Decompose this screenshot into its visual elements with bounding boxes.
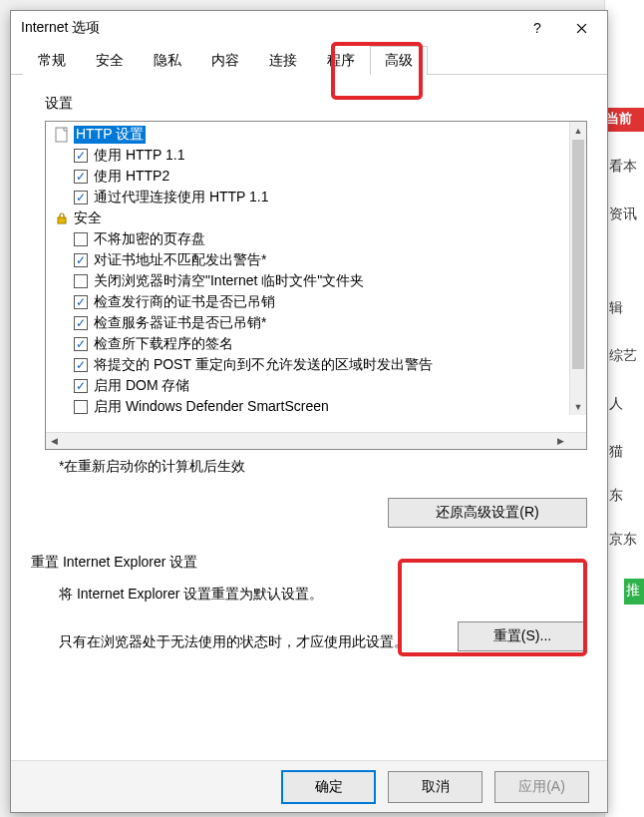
tab-security[interactable]: 安全	[81, 46, 139, 75]
tree-item[interactable]: 将提交的 POST 重定向到不允许发送的区域时发出警告	[46, 354, 586, 375]
tab-content-advanced: 设置 HTTP 设置 使用 HTTP 1.1 使用 HTTP2 通过代理连接使用…	[11, 75, 607, 760]
titlebar: Internet 选项 ?	[11, 11, 607, 45]
apply-button[interactable]: 应用(A)	[494, 771, 589, 803]
tree-group-label: HTTP 设置	[74, 126, 146, 144]
tree-item-label: 检查服务器证书是否已吊销*	[94, 314, 266, 332]
tree-item[interactable]: 检查所下载程序的签名	[46, 333, 586, 354]
checkbox[interactable]	[74, 316, 88, 330]
tree-item[interactable]: 启用 DOM 存储	[46, 375, 586, 396]
checkbox[interactable]	[74, 149, 88, 163]
checkbox[interactable]	[74, 253, 88, 267]
scroll-down-icon[interactable]: ▼	[570, 398, 586, 415]
svg-rect-0	[56, 128, 67, 142]
tab-general[interactable]: 常规	[23, 46, 81, 75]
close-button[interactable]	[559, 13, 603, 43]
help-button[interactable]: ?	[515, 13, 559, 43]
restore-defaults-button[interactable]: 还原高级设置(R)	[388, 498, 587, 528]
tree-group-security[interactable]: 安全	[46, 207, 586, 228]
tree-item-label: 将提交的 POST 重定向到不允许发送的区域时发出警告	[94, 356, 433, 374]
tree-item-label: 不将加密的页存盘	[94, 230, 205, 248]
ok-button[interactable]: 确定	[281, 770, 376, 804]
tree-item-label: 关闭浏览器时清空"Internet 临时文件"文件夹	[94, 272, 364, 290]
tree-item-label: 通过代理连接使用 HTTP 1.1	[94, 189, 269, 206]
tree-item-label: 使用 HTTP 1.1	[94, 147, 185, 165]
checkbox[interactable]	[74, 191, 88, 204]
checkbox[interactable]	[74, 295, 88, 309]
tab-programs[interactable]: 程序	[312, 46, 370, 75]
tree-item-label: 启用 Windows Defender SmartScreen	[94, 398, 329, 416]
tree-item-label: 启用 DOM 存储	[94, 377, 189, 395]
tree-item-label: 检查发行商的证书是否已吊销	[94, 293, 275, 311]
tree-item[interactable]: 检查服务器证书是否已吊销*	[46, 312, 586, 333]
tab-content[interactable]: 内容	[196, 46, 254, 75]
tree-item[interactable]: 不将加密的页存盘	[46, 228, 586, 249]
checkbox[interactable]	[74, 274, 88, 288]
reset-button[interactable]: 重置(S)...	[458, 621, 587, 651]
reset-description: 将 Internet Explorer 设置重置为默认设置。	[59, 586, 587, 604]
scroll-right-icon[interactable]: ▶	[552, 433, 569, 449]
scroll-left-icon[interactable]: ◀	[46, 433, 63, 449]
checkbox[interactable]	[74, 379, 88, 393]
cancel-button[interactable]: 取消	[388, 771, 483, 803]
tree-item-label: 检查所下载程序的签名	[94, 335, 233, 353]
reset-heading: 重置 Internet Explorer 设置	[31, 554, 587, 572]
svg-rect-1	[58, 217, 66, 223]
tree-item[interactable]: 使用 HTTP 1.1	[46, 145, 586, 166]
tree-item[interactable]: 使用 HTTP2	[46, 166, 586, 187]
settings-label: 设置	[45, 95, 587, 113]
checkbox[interactable]	[74, 232, 88, 246]
settings-note: *在重新启动你的计算机后生效	[59, 458, 587, 476]
tree-group-label: 安全	[74, 209, 102, 227]
horizontal-scrollbar[interactable]: ◀ ▶	[46, 432, 586, 449]
checkbox[interactable]	[74, 170, 88, 184]
page-icon	[54, 127, 70, 143]
tree-item[interactable]: 检查发行商的证书是否已吊销	[46, 291, 586, 312]
tab-connections[interactable]: 连接	[254, 46, 312, 75]
tree-viewport: HTTP 设置 使用 HTTP 1.1 使用 HTTP2 通过代理连接使用 HT…	[46, 122, 586, 432]
close-icon	[576, 23, 587, 34]
dialog-footer: 确定 取消 应用(A)	[11, 760, 607, 812]
tree-item[interactable]: 对证书地址不匹配发出警告*	[46, 249, 586, 270]
tree-group-http[interactable]: HTTP 设置	[46, 124, 586, 145]
scroll-up-icon[interactable]: ▲	[570, 122, 586, 139]
tree-item-label: 使用 HTTP2	[94, 168, 169, 186]
lock-icon	[54, 210, 70, 226]
internet-options-dialog: Internet 选项 ? 常规 安全 隐私 内容 连接 程序 高级 设置 HT…	[10, 10, 608, 813]
tab-strip: 常规 安全 隐私 内容 连接 程序 高级	[11, 45, 607, 75]
checkbox[interactable]	[74, 358, 88, 372]
checkbox[interactable]	[74, 337, 88, 351]
settings-tree[interactable]: HTTP 设置 使用 HTTP 1.1 使用 HTTP2 通过代理连接使用 HT…	[45, 121, 587, 450]
tree-item[interactable]: 关闭浏览器时清空"Internet 临时文件"文件夹	[46, 270, 586, 291]
background-green-btn: 推	[624, 579, 644, 605]
tree-item[interactable]: 启用 Windows Defender SmartScreen	[46, 396, 586, 417]
dialog-title: Internet 选项	[21, 19, 515, 37]
tab-advanced[interactable]: 高级	[370, 46, 428, 75]
tree-item[interactable]: 通过代理连接使用 HTTP 1.1	[46, 187, 586, 207]
vertical-scrollbar[interactable]: ▲ ▼	[569, 122, 586, 415]
scroll-corner	[569, 433, 586, 450]
scroll-thumb[interactable]	[572, 140, 584, 369]
background-badge: 当前	[604, 108, 644, 132]
tree-item-label: 对证书地址不匹配发出警告*	[94, 251, 266, 269]
checkbox[interactable]	[74, 400, 88, 414]
tab-privacy[interactable]: 隐私	[139, 46, 196, 75]
